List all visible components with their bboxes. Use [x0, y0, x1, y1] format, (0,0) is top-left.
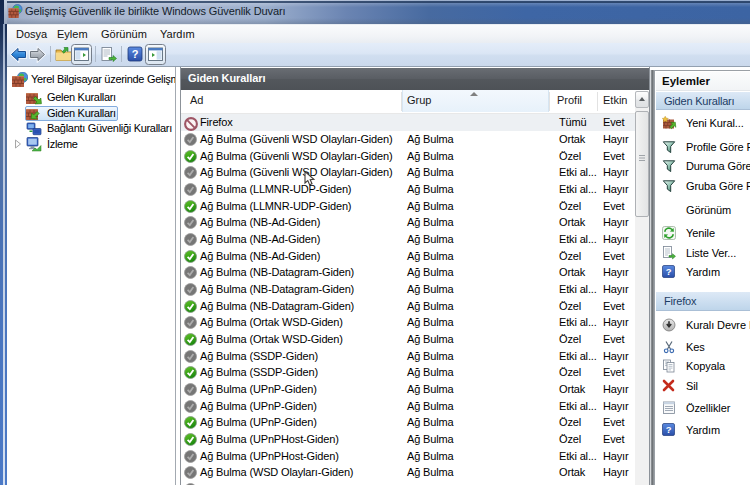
svg-text:?: ?	[132, 48, 139, 60]
svg-text:?: ?	[666, 266, 672, 277]
svg-text:?: ?	[666, 424, 672, 435]
